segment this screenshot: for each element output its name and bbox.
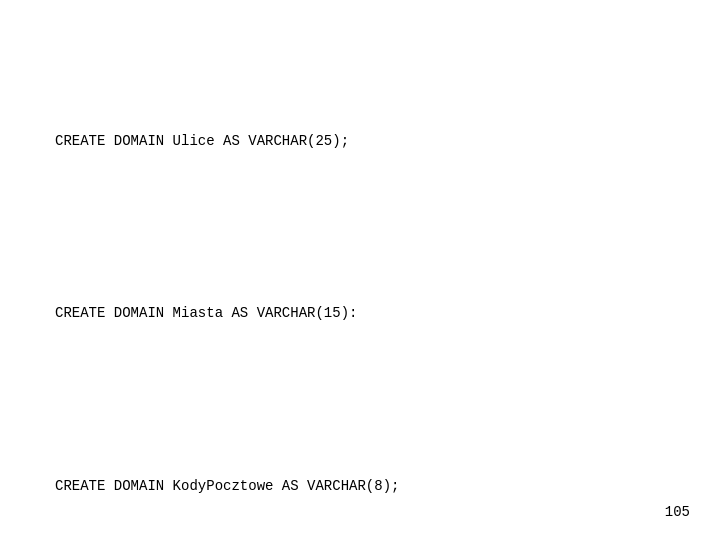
code-group-3: CREATE DOMAIN KodyPocztowe AS VARCHAR(8)… bbox=[55, 430, 665, 540]
code-line: CREATE DOMAIN Miasta AS VARCHAR(15): bbox=[55, 302, 665, 324]
code-group-1: CREATE DOMAIN Ulice AS VARCHAR(25); bbox=[55, 85, 665, 197]
content-area: CREATE DOMAIN Ulice AS VARCHAR(25); CREA… bbox=[0, 0, 720, 540]
page-number: 105 bbox=[665, 504, 690, 520]
code-block: CREATE DOMAIN Ulice AS VARCHAR(25); CREA… bbox=[55, 40, 665, 540]
code-line: CREATE DOMAIN KodyPocztowe AS VARCHAR(8)… bbox=[55, 475, 665, 497]
code-group-2: CREATE DOMAIN Miasta AS VARCHAR(15): bbox=[55, 258, 665, 370]
code-line: CREATE DOMAIN Ulice AS VARCHAR(25); bbox=[55, 130, 665, 152]
